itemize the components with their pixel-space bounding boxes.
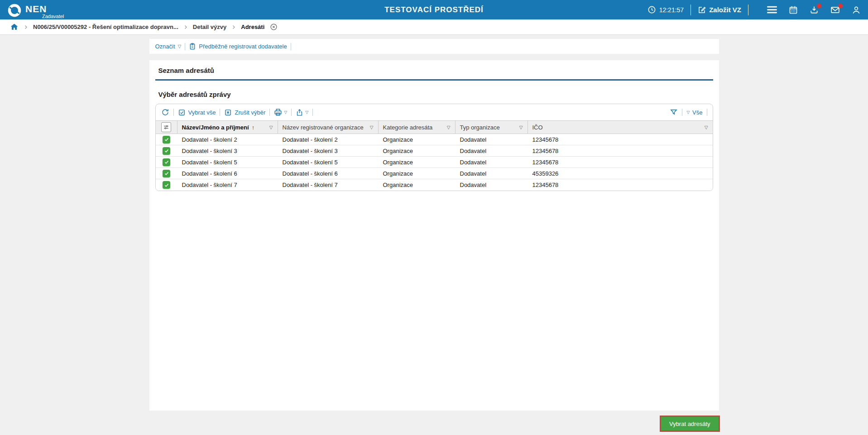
cell-org-type: Dodavatel bbox=[456, 157, 528, 167]
filter-scope-label: Vše bbox=[692, 109, 702, 116]
column-header-org-type[interactable]: Typ organizace ▽ bbox=[456, 121, 528, 134]
refresh-icon[interactable] bbox=[161, 108, 169, 116]
toolbar-divider bbox=[220, 109, 220, 116]
cell-name: Dodavatel - školení 7 bbox=[177, 179, 278, 191]
breadcrumb-item-procurement[interactable]: N006/25/V00005292 - Řešení optimalizace … bbox=[33, 24, 178, 30]
cell-organization: Dodavatel - školení 7 bbox=[278, 179, 379, 191]
breadcrumb: N006/25/V00005292 - Řešení optimalizace … bbox=[0, 19, 868, 35]
select-all-button[interactable]: Vybrat vše bbox=[178, 109, 216, 116]
toolbar-divider bbox=[291, 43, 291, 50]
mark-dropdown[interactable]: Označit ▽ bbox=[155, 43, 182, 50]
print-dropdown[interactable]: ▽ bbox=[274, 108, 287, 116]
filter-icon[interactable] bbox=[670, 108, 678, 116]
table-row[interactable]: Dodavatel - školení 5 Dodavatel - školen… bbox=[156, 157, 713, 168]
cell-ico: 12345678 bbox=[528, 134, 713, 145]
cell-ico: 12345678 bbox=[528, 179, 713, 191]
page-title: Seznam adresátů bbox=[155, 67, 713, 74]
breadcrumb-item-adresati[interactable]: Adresáti bbox=[241, 24, 264, 30]
footer-actions: Vybrat adresáty bbox=[149, 416, 719, 431]
column-label: Název/Jméno a příjmení bbox=[182, 124, 249, 131]
toolbar-divider bbox=[269, 109, 270, 116]
app-header: NEN Zadavatel TESTOVACÍ PROSTŘEDÍ 12:21:… bbox=[0, 0, 868, 19]
subsection-title: Výběr adresátů zprávy bbox=[158, 91, 713, 98]
table-row[interactable]: Dodavatel - školení 3 Dodavatel - školen… bbox=[156, 145, 713, 157]
cell-organization: Dodavatel - školení 2 bbox=[278, 134, 379, 145]
chevron-right-icon bbox=[23, 24, 29, 30]
column-filter-icon[interactable]: ▽ bbox=[519, 125, 523, 130]
addressees-grid: Vybrat vše Zrušit výběr ▽ bbox=[155, 104, 713, 191]
calendar-icon[interactable] bbox=[789, 5, 798, 14]
breadcrumb-item-detail-vyzvy[interactable]: Detail výzvy bbox=[193, 24, 226, 30]
cell-category: Organizace bbox=[379, 179, 456, 191]
table-row[interactable]: Dodavatel - školení 6 Dodavatel - školen… bbox=[156, 168, 713, 179]
cell-name: Dodavatel - školení 5 bbox=[177, 157, 278, 167]
row-checkbox[interactable] bbox=[163, 136, 170, 143]
download-badge bbox=[817, 4, 821, 8]
column-header-ico[interactable]: IČO ▽ bbox=[528, 121, 713, 134]
preregister-supplier-button[interactable]: Předběžně registrovat dodavatele bbox=[189, 43, 287, 50]
nen-logo-icon bbox=[7, 3, 22, 18]
column-settings[interactable] bbox=[156, 121, 177, 134]
cell-org-type: Dodavatel bbox=[456, 168, 528, 179]
mail-icon[interactable] bbox=[830, 5, 840, 14]
cell-category: Organizace bbox=[379, 145, 456, 156]
cell-ico: 12345678 bbox=[528, 145, 713, 156]
column-filter-icon[interactable]: ▽ bbox=[370, 125, 374, 130]
row-checkbox[interactable] bbox=[163, 181, 170, 189]
cell-category: Organizace bbox=[379, 134, 456, 145]
toolbar-divider bbox=[173, 109, 174, 116]
user-icon[interactable] bbox=[852, 5, 861, 14]
cell-organization: Dodavatel - školení 6 bbox=[278, 168, 379, 179]
cell-org-type: Dodavatel bbox=[456, 134, 528, 145]
export-dropdown[interactable]: ▽ bbox=[296, 109, 308, 116]
close-tab-icon[interactable] bbox=[270, 23, 278, 31]
preregister-label: Předběžně registrovat dodavatele bbox=[199, 43, 287, 50]
row-checkbox[interactable] bbox=[163, 147, 170, 155]
header-divider bbox=[748, 5, 748, 15]
toolbar-divider bbox=[185, 43, 185, 50]
column-filter-icon[interactable]: ▽ bbox=[269, 125, 273, 130]
cell-ico: 45359326 bbox=[528, 168, 713, 179]
cell-organization: Dodavatel - školení 5 bbox=[278, 157, 379, 167]
create-vz-button[interactable]: Založit VZ bbox=[698, 6, 741, 14]
column-header-name[interactable]: Název/Jméno a příjmení ↑ ▽ bbox=[177, 121, 278, 134]
clock-icon bbox=[647, 5, 656, 14]
home-icon[interactable] bbox=[10, 23, 19, 31]
column-filter-icon[interactable]: ▽ bbox=[447, 125, 451, 130]
table-row[interactable]: Dodavatel - školení 2 Dodavatel - školen… bbox=[156, 134, 713, 145]
cell-organization: Dodavatel - školení 3 bbox=[278, 145, 379, 156]
menu-button[interactable] bbox=[767, 6, 777, 14]
column-filter-icon[interactable]: ▽ bbox=[705, 125, 708, 130]
row-checkbox[interactable] bbox=[163, 170, 170, 177]
row-checkbox[interactable] bbox=[163, 158, 170, 166]
cell-name: Dodavatel - školení 2 bbox=[177, 134, 278, 145]
brand-subtitle: Zadavatel bbox=[42, 14, 64, 19]
mark-label: Označit bbox=[155, 43, 175, 50]
column-header-category[interactable]: Kategorie adresáta ▽ bbox=[379, 121, 456, 134]
column-header-organization[interactable]: Název registrované organizace ▽ bbox=[278, 121, 379, 134]
clear-selection-label: Zrušit výběr bbox=[235, 109, 265, 116]
chevron-down-icon: ▽ bbox=[284, 110, 287, 115]
select-all-label: Vybrat vše bbox=[188, 109, 216, 116]
create-vz-label: Založit VZ bbox=[709, 6, 741, 14]
table-body: Dodavatel - školení 2 Dodavatel - školen… bbox=[156, 134, 713, 191]
header-divider bbox=[691, 5, 691, 15]
cell-category: Organizace bbox=[379, 157, 456, 167]
column-label: Typ organizace bbox=[460, 124, 500, 131]
column-label: IČO bbox=[532, 124, 543, 131]
nen-logo[interactable]: NEN Zadavatel bbox=[7, 1, 64, 19]
download-icon[interactable] bbox=[810, 5, 819, 14]
toolbar-divider bbox=[291, 109, 292, 116]
select-addressees-button[interactable]: Vybrat adresáty bbox=[661, 416, 719, 431]
clipboard-icon bbox=[189, 43, 196, 50]
column-settings-icon[interactable] bbox=[161, 122, 171, 132]
filter-scope-dropdown[interactable]: ▽ Vše bbox=[686, 109, 702, 116]
clear-selection-button[interactable]: Zrušit výběr bbox=[224, 109, 265, 116]
main-panel: Seznam adresátů Výběr adresátů zprávy Vy… bbox=[149, 60, 719, 411]
table-row[interactable]: Dodavatel - školení 7 Dodavatel - školen… bbox=[156, 179, 713, 191]
column-label: Název registrované organizace bbox=[283, 124, 364, 131]
clock-time: 12:21:57 bbox=[659, 6, 684, 14]
cell-ico: 12345678 bbox=[528, 157, 713, 167]
chevron-right-icon bbox=[183, 24, 188, 30]
grid-toolbar: Vybrat vše Zrušit výběr ▽ bbox=[156, 104, 713, 120]
